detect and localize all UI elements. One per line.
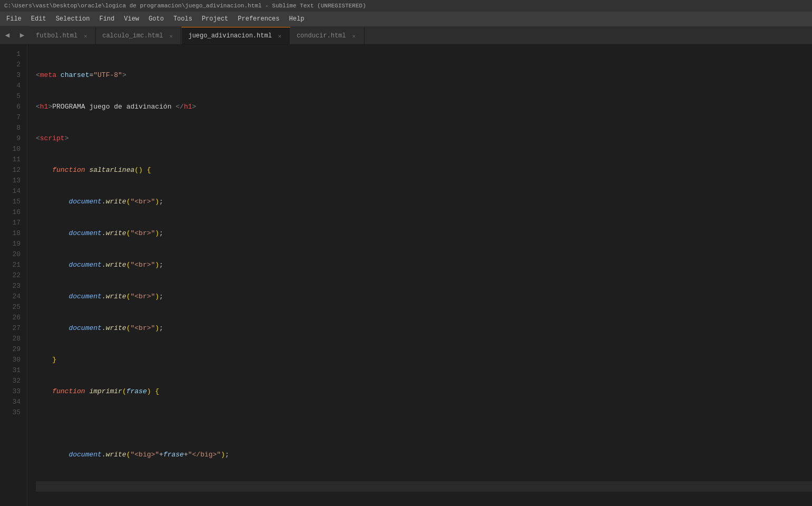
code-line-11: function imprimir(frase) { <box>36 386 812 397</box>
line-num-20: 20 <box>4 249 21 260</box>
code-line-5: document.write("<br>"); <box>36 197 812 207</box>
line-num-15: 15 <box>4 197 21 207</box>
code-area: 1 2 3 4 5 6 7 8 9 10 11 12 13 14 15 16 1… <box>0 45 812 506</box>
line-num-30: 30 <box>4 355 21 365</box>
line-num-6: 6 <box>4 102 21 112</box>
line-num-21: 21 <box>4 260 21 270</box>
tab-juego-close[interactable]: ✕ <box>276 32 283 40</box>
menu-tools[interactable]: Tools <box>169 13 197 25</box>
code-line-9: document.write("<br>"); <box>36 323 812 334</box>
line-num-25: 25 <box>4 302 21 313</box>
line-num-24: 24 <box>4 291 21 302</box>
menu-help[interactable]: Help <box>285 13 309 25</box>
code-line-4: function saltarLinea() { <box>36 165 812 176</box>
line-num-5: 5 <box>4 91 21 102</box>
menu-preferences[interactable]: Preferences <box>233 13 283 25</box>
line-numbers: 1 2 3 4 5 6 7 8 9 10 11 12 13 14 15 16 1… <box>0 45 27 506</box>
line-num-23: 23 <box>4 281 21 291</box>
tab-prev-btn[interactable]: ◀ <box>0 26 15 44</box>
code-line-7: document.write("<br>"); <box>36 260 812 270</box>
tab-conducir[interactable]: conducir.html ✕ <box>290 27 365 44</box>
line-num-29: 29 <box>4 344 21 355</box>
tab-calculo[interactable]: calculo_imc.html ✕ <box>96 27 181 44</box>
title-bar: C:\Users\vast\Desktop\oracle\logica de p… <box>0 0 812 12</box>
line-num-8: 8 <box>4 123 21 133</box>
code-editor[interactable]: <meta charset="UTF-8"> <h1>PROGRAMA jueg… <box>27 45 812 506</box>
line-num-28: 28 <box>4 334 21 344</box>
code-line-1: <meta charset="UTF-8"> <box>36 70 812 81</box>
tab-juego-label: juego_adivinacion.html <box>188 32 271 40</box>
tab-juego[interactable]: juego_adivinacion.html ✕ <box>181 27 290 44</box>
menu-view[interactable]: View <box>120 13 143 25</box>
line-num-17: 17 <box>4 218 21 228</box>
line-num-35: 35 <box>4 407 21 418</box>
line-num-19: 19 <box>4 239 21 249</box>
line-num-31: 31 <box>4 365 21 376</box>
code-line-8: document.write("<br>"); <box>36 291 812 302</box>
line-num-14: 14 <box>4 186 21 197</box>
line-num-10: 10 <box>4 144 21 154</box>
code-line-2: <h1>PROGRAMA juego de adivinación </h1> <box>36 102 812 112</box>
line-num-3: 3 <box>4 70 21 81</box>
code-line-10: } <box>36 355 812 365</box>
line-num-22: 22 <box>4 270 21 281</box>
tab-calculo-close[interactable]: ✕ <box>167 32 174 40</box>
menu-goto[interactable]: Goto <box>144 13 168 25</box>
line-num-4: 4 <box>4 81 21 91</box>
tab-futbol-close[interactable]: ✕ <box>82 32 89 40</box>
menu-find[interactable]: Find <box>95 13 119 25</box>
line-num-11: 11 <box>4 154 21 165</box>
tab-futbol[interactable]: futbol.html ✕ <box>30 27 96 44</box>
code-line-3: <script> <box>36 133 812 144</box>
code-line-12 <box>36 418 812 429</box>
code-line-13: document.write("<big>"+frase+"</big>"); <box>36 450 812 460</box>
menu-project[interactable]: Project <box>198 13 232 25</box>
menu-selection[interactable]: Selection <box>52 13 94 25</box>
code-line-14 <box>36 481 812 492</box>
tab-futbol-label: futbol.html <box>36 32 77 40</box>
line-num-18: 18 <box>4 228 21 239</box>
menu-bar: File Edit Selection Find View Goto Tools… <box>0 12 812 26</box>
line-num-12: 12 <box>4 165 21 176</box>
line-num-27: 27 <box>4 323 21 334</box>
line-num-1: 1 <box>4 49 21 60</box>
tab-bar: ◀ ▶ futbol.html ✕ calculo_imc.html ✕ jue… <box>0 26 812 45</box>
line-num-34: 34 <box>4 397 21 407</box>
tab-calculo-label: calculo_imc.html <box>102 32 163 40</box>
menu-file[interactable]: File <box>2 13 26 25</box>
menu-edit[interactable]: Edit <box>27 13 51 25</box>
tab-next-btn[interactable]: ▶ <box>15 26 30 44</box>
line-num-9: 9 <box>4 133 21 144</box>
line-num-26: 26 <box>4 313 21 323</box>
line-num-7: 7 <box>4 112 21 123</box>
line-num-13: 13 <box>4 176 21 186</box>
line-num-2: 2 <box>4 60 21 70</box>
line-num-16: 16 <box>4 207 21 218</box>
tab-conducir-close[interactable]: ✕ <box>350 32 358 40</box>
title-text: C:\Users\vast\Desktop\oracle\logica de p… <box>4 3 366 9</box>
line-num-33: 33 <box>4 386 21 397</box>
tab-conducir-label: conducir.html <box>297 32 346 40</box>
code-line-6: document.write("<br>"); <box>36 228 812 239</box>
line-num-32: 32 <box>4 376 21 386</box>
